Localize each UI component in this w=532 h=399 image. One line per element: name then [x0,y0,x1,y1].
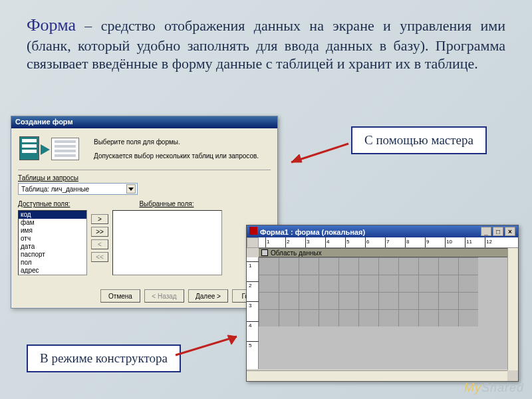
selected-fields-label: Выбранные поля: [139,200,194,207]
list-item[interactable]: фам [19,219,86,227]
vertical-scrollbar[interactable] [507,248,518,370]
move-all-right-button[interactable]: >> [91,227,108,237]
wizard-banner-text: Выберите поля для формы. Допускается выб… [94,137,259,161]
definition-paragraph: Форма – средство отображения данных на э… [27,15,505,73]
tables-combo[interactable]: Таблица: лич_данные [18,183,138,195]
minimize-button[interactable]: _ [481,227,491,236]
form-icon [249,227,257,235]
term-word: Форма [27,15,76,35]
horizontal-scrollbar[interactable] [247,370,507,381]
tables-combo-value: Таблица: лич_данные [21,186,89,193]
design-surface[interactable] [259,257,518,369]
form-designer-window: Форма1 : форма (локальная) _ □ × 1234567… [246,225,519,382]
svg-line-2 [176,336,237,355]
maximize-button[interactable]: □ [493,227,503,236]
designer-title-text: Форма1 : форма (локальная) [260,228,365,236]
arrow-to-wizard [279,140,352,169]
move-all-left-button[interactable]: << [91,252,108,262]
horizontal-ruler: 123456789101112 [259,237,518,248]
cancel-button[interactable]: Отмена [100,289,140,303]
list-item[interactable]: телефон [19,275,86,275]
arrow-to-designer [170,332,250,362]
watermark: MyShared [464,381,524,395]
move-buttons: > >> < << [91,214,108,262]
vertical-ruler: 12345 [247,257,259,369]
svg-marker-1 [291,154,302,162]
move-left-button[interactable]: < [91,239,108,249]
callout-wizard: С помощью мастера [351,126,487,154]
wizard-banner: Выберите поля для формы. Допускается выб… [11,128,277,170]
back-button[interactable]: < Назад [144,289,184,303]
list-item[interactable]: пол [19,259,86,267]
watermark-part-1: My [464,381,481,394]
chevron-down-icon[interactable] [126,184,136,194]
wizard-hint-1: Выберите поля для формы. [94,137,259,147]
section-bar-detail[interactable]: Область данных [259,248,518,257]
available-fields-label: Доступные поля: [18,200,70,207]
section-bar-label: Область данных [271,249,322,257]
list-item[interactable]: адрес [19,267,86,275]
next-button[interactable]: Далее > [188,289,228,303]
list-item[interactable]: отч [19,235,86,243]
watermark-part-2: Shared [481,381,524,394]
list-item[interactable]: код [19,211,86,219]
wizard-titlebar: Создание форм [11,116,277,128]
list-item[interactable]: имя [19,227,86,235]
definition-text: – средство отображения данных на экране … [27,17,505,72]
ruler-corner [247,237,259,248]
list-item[interactable]: дата [19,243,86,251]
selected-fields-list[interactable] [112,210,222,275]
tables-queries-label: Таблицы и запросы [18,174,271,182]
design-grid [259,257,478,327]
close-button[interactable]: × [505,227,515,236]
list-item[interactable]: паспорт [19,251,86,259]
wizard-banner-icon [18,132,84,166]
callout-designer: В режиме конструктора [27,344,181,372]
designer-titlebar: Форма1 : форма (локальная) _ □ × [247,225,518,237]
wizard-hint-2: Допускается выбор нескольких таблиц или … [94,151,259,161]
available-fields-list[interactable]: код фам имя отч дата паспорт пол адрес т… [18,210,87,275]
form-wizard-window: Создание форм Выберите поля для формы. Д… [11,116,278,309]
move-right-button[interactable]: > [91,214,108,224]
